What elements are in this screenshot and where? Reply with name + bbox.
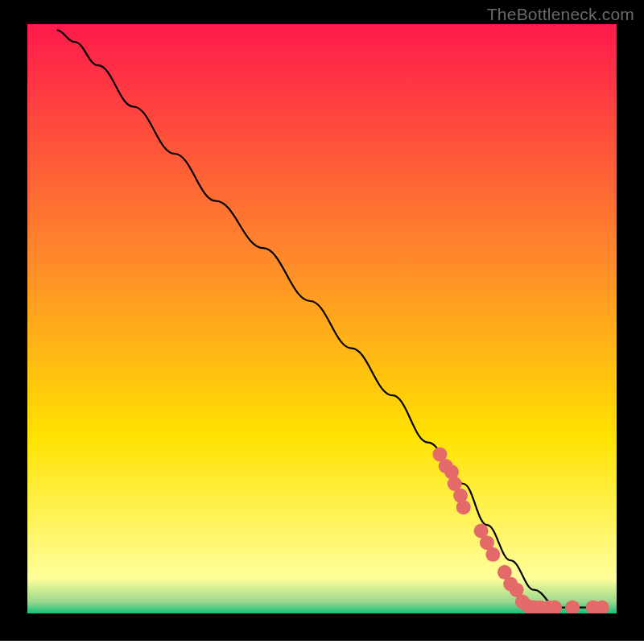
bottleneck-chart (0, 0, 644, 644)
observed-point (565, 601, 580, 615)
observed-point (595, 601, 609, 615)
observed-point (485, 547, 500, 562)
attribution-text: TheBottleneck.com (487, 5, 634, 24)
chart-stage: TheBottleneck.com (0, 0, 644, 644)
gradient-background (27, 24, 617, 613)
observed-point (456, 500, 471, 514)
observed-point (547, 601, 562, 615)
